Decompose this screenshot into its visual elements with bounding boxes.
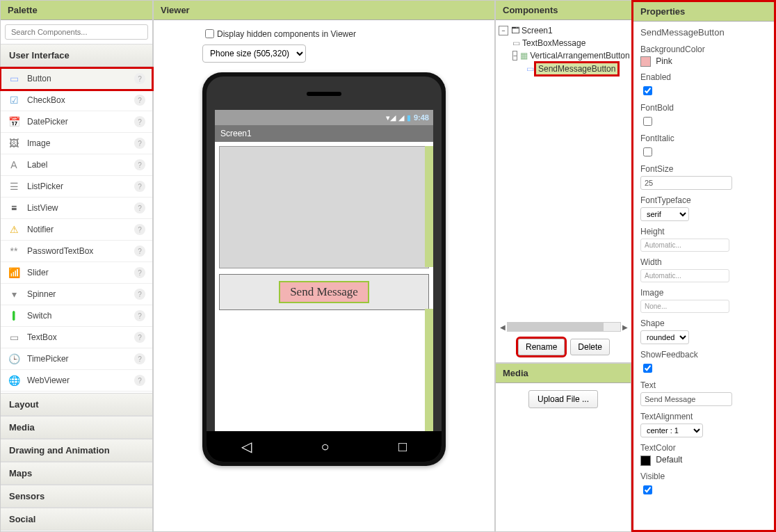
prop-typeface-select[interactable]: serif <box>640 207 689 221</box>
palette-item-switch[interactable]: ⏽Switch? <box>1 305 152 327</box>
prop-fontitalic-checkbox[interactable] <box>643 147 652 156</box>
help-icon[interactable]: ? <box>134 159 145 170</box>
help-icon[interactable]: ? <box>134 224 145 235</box>
scroll-track[interactable] <box>507 322 621 332</box>
tree-textboxmessage[interactable]: ▭ TextBoxMessage <box>512 37 629 49</box>
phone-size-select[interactable]: Phone size (505,320) <box>202 45 306 63</box>
help-icon[interactable]: ? <box>134 310 145 321</box>
help-icon[interactable]: ? <box>134 202 145 213</box>
collapse-icon[interactable]: − <box>499 26 508 35</box>
prop-fontsize-input[interactable] <box>640 176 732 190</box>
tree-verticalarrangement[interactable]: − ▦ VerticalArrangementButton <box>512 49 629 62</box>
tree-sendmessagebutton[interactable]: ▭ SendMessageButton <box>526 62 629 76</box>
delete-button[interactable]: Delete <box>570 339 610 355</box>
palette-item-label: Notifier <box>27 225 134 234</box>
tree-screen1[interactable]: − 🗔 Screen1 <box>499 24 629 37</box>
help-icon[interactable]: ? <box>134 245 145 257</box>
scroll-left-icon[interactable]: ◀ <box>499 323 507 331</box>
prop-image-value[interactable]: None... <box>640 300 729 313</box>
category-sensors[interactable]: Sensors <box>1 485 152 508</box>
category-maps[interactable]: Maps <box>1 462 152 485</box>
palette-item-webviewer[interactable]: 🌐WebViewer? <box>1 370 152 392</box>
palette-item-label: ListView <box>27 203 134 213</box>
textbox-icon: ▭ <box>512 38 520 48</box>
search-input[interactable] <box>10 27 146 37</box>
tree-label-selected: SendMessageButton <box>536 63 617 74</box>
category-drawing[interactable]: Drawing and Animation <box>1 439 152 462</box>
palette-item-listpicker[interactable]: ☰ListPicker? <box>1 176 152 198</box>
palette-item-timepicker[interactable]: 🕒TimePicker? <box>1 348 152 370</box>
send-message-button-preview[interactable]: Send Message <box>279 281 369 303</box>
palette-item-checkbox[interactable]: ☑CheckBox? <box>1 90 152 111</box>
help-icon[interactable]: ? <box>134 332 145 343</box>
tree-scrollbar[interactable]: ◀ ▶ <box>499 322 629 332</box>
palette-item-datepicker[interactable]: 📅DatePicker? <box>1 111 152 133</box>
scroll-right-icon[interactable]: ▶ <box>621 323 629 331</box>
display-hidden-checkbox[interactable] <box>205 29 214 38</box>
color-swatch-icon <box>640 56 651 67</box>
search-components[interactable] <box>5 24 148 40</box>
help-icon[interactable]: ? <box>134 289 145 300</box>
prop-fontitalic-label: FontItalic <box>640 134 767 143</box>
prop-fontbold-checkbox[interactable] <box>643 117 652 126</box>
display-hidden-toggle[interactable]: Display hidden components in Viewer <box>202 27 356 40</box>
vertical-arrangement-preview[interactable]: Send Message <box>219 274 429 310</box>
prop-visible-checkbox[interactable] <box>643 485 652 494</box>
category-layout[interactable]: Layout <box>1 393 152 416</box>
prop-align-label: TextAlignment <box>640 412 767 421</box>
category-social[interactable]: Social <box>1 508 152 531</box>
prop-width-value[interactable]: Automatic... <box>640 269 729 282</box>
nav-recent-icon[interactable]: □ <box>398 439 407 455</box>
app-body[interactable]: Send Message <box>215 142 433 431</box>
scroll-thumb[interactable] <box>508 323 604 331</box>
palette-item-label: TimePicker <box>27 354 134 364</box>
help-icon[interactable]: ? <box>134 73 145 84</box>
selection-handle <box>425 146 433 267</box>
help-icon[interactable]: ? <box>134 116 145 127</box>
help-icon[interactable]: ? <box>134 267 145 278</box>
wifi-icon: ▾◢ <box>386 113 396 122</box>
nav-home-icon[interactable]: ○ <box>321 439 329 455</box>
prop-showfb-label: ShowFeedback <box>640 350 767 360</box>
textbox-message-preview[interactable] <box>219 146 429 268</box>
help-icon[interactable]: ? <box>134 181 145 192</box>
layout-icon: ▦ <box>520 51 528 61</box>
phone-frame: ▾◢ ◢ ▮ 9:48 Screen1 Send Messag <box>202 72 446 466</box>
image-icon: 🖼 <box>8 137 20 150</box>
help-icon[interactable]: ? <box>134 95 145 106</box>
rename-button[interactable]: Rename <box>518 339 565 355</box>
palette-item-label: TextBox <box>27 332 134 342</box>
help-icon[interactable]: ? <box>134 353 145 364</box>
palette-item-label: PasswordTextBox <box>27 246 134 256</box>
palette-item-label[interactable]: ALabel? <box>1 154 152 176</box>
phone-nav-bar: ◁ ○ □ <box>207 431 442 462</box>
palette-item-slider[interactable]: 📶Slider? <box>1 262 152 284</box>
media-panel: Media Upload File ... <box>495 363 631 532</box>
palette-item-listview[interactable]: ≡ListView? <box>1 198 152 219</box>
properties-header: Properties <box>633 2 774 22</box>
palette-item-button[interactable]: ▭Button? <box>1 68 152 90</box>
palette-item-textbox[interactable]: ▭TextBox? <box>1 327 152 348</box>
prop-align-select[interactable]: center : 1 <box>640 424 703 437</box>
status-time: 9:48 <box>414 113 429 122</box>
prop-showfeedback-checkbox[interactable] <box>643 364 652 373</box>
prop-text-input[interactable] <box>640 392 732 406</box>
palette-item-passwordtextbox[interactable]: **PasswordTextBox? <box>1 241 152 262</box>
prop-enabled-checkbox[interactable] <box>643 86 652 95</box>
prop-fontbold-label: FontBold <box>640 103 767 113</box>
nav-back-icon[interactable]: ◁ <box>241 438 252 455</box>
prop-shape-select[interactable]: rounded <box>640 330 689 344</box>
component-tree[interactable]: − 🗔 Screen1 ▭ TextBoxMessage − ▦ Vertica… <box>496 20 632 332</box>
category-user-interface[interactable]: User Interface <box>1 44 152 67</box>
category-media[interactable]: Media <box>1 416 152 439</box>
palette-item-spinner[interactable]: ▾Spinner? <box>1 284 152 305</box>
palette-item-notifier[interactable]: ⚠Notifier? <box>1 219 152 241</box>
help-icon[interactable]: ? <box>134 138 145 149</box>
collapse-icon[interactable]: − <box>512 51 517 61</box>
help-icon[interactable]: ? <box>134 375 145 386</box>
prop-textcolor-value[interactable]: Default <box>640 455 767 465</box>
palette-item-image[interactable]: 🖼Image? <box>1 133 152 154</box>
upload-file-button[interactable]: Upload File ... <box>528 390 598 408</box>
prop-height-value[interactable]: Automatic... <box>640 239 729 252</box>
prop-bgcolor-value[interactable]: Pink <box>640 56 767 67</box>
